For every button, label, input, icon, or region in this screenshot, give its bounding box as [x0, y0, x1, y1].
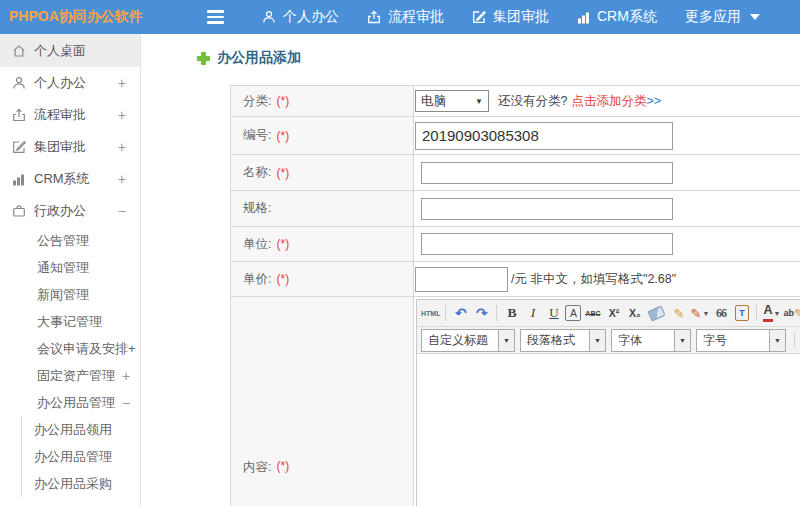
- nav-label: 流程审批: [388, 8, 444, 26]
- editor-content-area[interactable]: [417, 354, 800, 506]
- highlight-color-button[interactable]: ab✎▼: [783, 304, 800, 323]
- sidebar-item-news-mgmt[interactable]: 新闻管理: [0, 281, 140, 308]
- blockquote-button[interactable]: 66: [711, 304, 730, 323]
- paste-text-button[interactable]: T: [732, 304, 751, 323]
- user-icon: [11, 76, 26, 91]
- caret-down-icon: [750, 14, 760, 20]
- html-source-button[interactable]: HTML: [421, 304, 440, 323]
- sidebar-item-process-approval[interactable]: 流程审批 +: [0, 99, 140, 131]
- font-family-select[interactable]: 字体▼: [611, 329, 691, 352]
- sidebar-item-office-supplies-mgmt[interactable]: 办公用品管理−: [0, 389, 140, 416]
- caret-down-icon: ▼: [674, 330, 690, 351]
- font-color-button[interactable]: A▼: [762, 304, 781, 323]
- editor-toolbar-row2: 自定义标题▼ 段落格式▼ 字体▼ 字号▼: [417, 327, 800, 354]
- required-mark: (*): [276, 272, 289, 286]
- custom-heading-select[interactable]: 自定义标题▼: [421, 329, 515, 352]
- editor-toolbar-row1: HTML ↶ ↷ B I U A ABC X² X₂: [417, 300, 800, 327]
- required-mark: (*): [276, 237, 289, 251]
- field-label: 规格:: [243, 200, 271, 217]
- sidebar-item-supplies-claim[interactable]: 办公用品领用: [22, 416, 140, 443]
- form-row-content: 内容: (*) HTML ↶ ↷ B I U: [231, 297, 800, 506]
- bold-button[interactable]: B: [502, 304, 521, 323]
- app-logo[interactable]: PHPOA协同办公软件: [0, 8, 161, 26]
- name-input[interactable]: [421, 162, 673, 184]
- menu-toggle-icon[interactable]: [207, 10, 224, 24]
- top-nav: 个人办公 流程审批 集团审批 CRM系统 更多应用: [262, 8, 760, 26]
- underline-button[interactable]: U: [544, 304, 563, 323]
- chart-icon: [577, 11, 590, 24]
- caret-down-icon: ▼: [589, 330, 605, 351]
- sidebar-item-personal-desktop[interactable]: 个人桌面: [0, 34, 140, 67]
- format-brush-icon[interactable]: ✎: [669, 304, 688, 323]
- form-row-category: 分类: (*) 电脑 ▼ 还没有分类? 点击添加分类 >>: [231, 86, 800, 117]
- caret-down-icon: ▼: [475, 97, 483, 106]
- page-title: 办公用品添加: [217, 49, 301, 67]
- app-window: PHPOA协同办公软件 个人办公 流程审批 集团审批 CRM系统 更多应用: [0, 0, 800, 506]
- home-icon: [11, 43, 26, 58]
- sidebar-item-supplies-manage[interactable]: 办公用品管理: [22, 443, 140, 470]
- sidebar-item-announcement-mgmt[interactable]: 公告管理: [0, 227, 140, 254]
- add-category-link[interactable]: 点击添加分类: [571, 93, 646, 110]
- user-icon: [262, 10, 276, 24]
- main-content: 办公用品添加 分类: (*) 电脑 ▼ 还没有分类? 点击添加分类 >>: [141, 34, 800, 506]
- category-select-value: 电脑: [421, 93, 446, 110]
- price-format-hint: /元 非中文，如填写格式"2.68": [511, 271, 676, 288]
- required-mark: (*): [276, 129, 289, 143]
- nav-label: 更多应用: [685, 8, 741, 26]
- chart-icon: [11, 172, 26, 187]
- rich-text-editor: HTML ↶ ↷ B I U A ABC X² X₂: [416, 299, 800, 506]
- flow-icon: [11, 108, 26, 123]
- form-row-unit: 单位: (*): [231, 227, 800, 262]
- sidebar-item-fixed-assets-mgmt[interactable]: 固定资产管理+: [0, 362, 140, 389]
- color-brush-icon[interactable]: ✎▼: [690, 304, 709, 323]
- subscript-button[interactable]: X₂: [625, 304, 644, 323]
- page-title-bar: 办公用品添加: [197, 49, 301, 67]
- eraser-icon[interactable]: [648, 305, 666, 321]
- unit-input[interactable]: [421, 233, 673, 255]
- add-category-arrows[interactable]: >>: [646, 94, 661, 108]
- nav-personal-office[interactable]: 个人办公: [262, 8, 339, 26]
- strikethrough-button[interactable]: ABC: [583, 304, 602, 323]
- font-style-button[interactable]: A: [565, 305, 581, 321]
- sidebar-item-crm-system[interactable]: CRM系统 +: [0, 163, 140, 195]
- price-input[interactable]: [415, 267, 508, 292]
- nav-label: 集团审批: [493, 8, 549, 26]
- sidebar-item-supplies-purchase[interactable]: 办公用品采购: [22, 470, 140, 497]
- expand-icon: +: [118, 139, 126, 155]
- expand-icon: +: [118, 107, 126, 123]
- spec-input[interactable]: [421, 198, 673, 220]
- sidebar-item-admin-office[interactable]: 行政办公 −: [0, 195, 140, 227]
- caret-down-icon: ▼: [774, 310, 781, 317]
- expand-icon: +: [122, 368, 130, 384]
- edit-icon: [11, 140, 26, 155]
- redo-button[interactable]: ↷: [472, 304, 491, 323]
- nav-more-apps[interactable]: 更多应用: [685, 8, 760, 26]
- superscript-button[interactable]: X²: [604, 304, 623, 323]
- nav-crm-system[interactable]: CRM系统: [577, 8, 657, 26]
- code-input[interactable]: [415, 122, 673, 150]
- nav-process-approval[interactable]: 流程审批: [367, 8, 444, 26]
- caret-down-icon: ▼: [769, 330, 785, 351]
- supplies-add-form: 分类: (*) 电脑 ▼ 还没有分类? 点击添加分类 >> 编号: (*): [230, 85, 800, 506]
- field-label: 名称:: [243, 164, 271, 181]
- expand-icon: +: [118, 171, 126, 187]
- caret-down-icon: ▼: [702, 310, 709, 317]
- sidebar-item-meeting-mgmt[interactable]: 会议申请及安排+: [0, 335, 140, 362]
- sidebar-item-notice-mgmt[interactable]: 通知管理: [0, 254, 140, 281]
- sidebar-item-memorabilia-mgmt[interactable]: 大事记管理: [0, 308, 140, 335]
- sidebar-item-personal-office[interactable]: 个人办公 +: [0, 67, 140, 99]
- paragraph-format-select[interactable]: 段落格式▼: [520, 329, 606, 352]
- collapse-icon: −: [118, 203, 126, 219]
- nav-label: 个人办公: [283, 8, 339, 26]
- undo-button[interactable]: ↶: [451, 304, 470, 323]
- pen-icon: ✎: [794, 306, 800, 321]
- category-select[interactable]: 电脑 ▼: [415, 90, 489, 112]
- italic-button[interactable]: I: [523, 304, 542, 323]
- sidebar-item-group-approval[interactable]: 集团审批 +: [0, 131, 140, 163]
- font-size-select[interactable]: 字号▼: [696, 329, 786, 352]
- field-label: 单价:: [243, 271, 271, 288]
- nav-group-approval[interactable]: 集团审批: [472, 8, 549, 26]
- required-mark: (*): [276, 166, 289, 180]
- office-supplies-submenu: 办公用品领用 办公用品管理 办公用品采购: [21, 416, 140, 497]
- field-label: 编号:: [243, 127, 271, 144]
